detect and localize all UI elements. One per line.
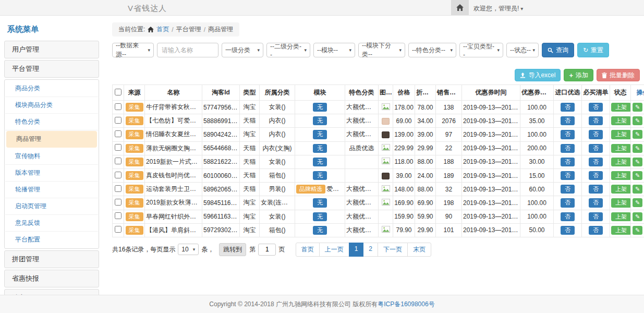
must-buy-toggle[interactable]: 否: [589, 198, 603, 207]
row-checkbox[interactable]: [115, 117, 121, 124]
import-excel-button[interactable]: 导入excel: [515, 69, 561, 81]
import-select-cell: 否: [554, 101, 582, 114]
row-checkbox[interactable]: [115, 158, 121, 164]
taoke-id-cell: 597293020870: [202, 223, 240, 237]
per-page-select[interactable]: 10 ▾: [178, 244, 199, 255]
status-button[interactable]: 上架: [611, 185, 631, 194]
must-buy-toggle[interactable]: 否: [589, 212, 603, 221]
status-button[interactable]: 上架: [611, 103, 631, 112]
table-row: 采集早春网红针织外套女春...596611634525淘宝女装()无大额优惠券1…: [113, 210, 644, 223]
import-select-toggle[interactable]: 否: [561, 212, 575, 221]
filter-select[interactable]: --宝贝类型--▾: [459, 43, 503, 57]
user-menu[interactable]: 欢迎您，管理员!▾: [473, 4, 523, 13]
row-checkbox[interactable]: [115, 172, 121, 178]
page-button-上一页[interactable]: 上一页: [319, 243, 349, 257]
filter-select[interactable]: --模块下分类--▾: [358, 43, 405, 57]
reset-button[interactable]: ↻ 重置: [577, 43, 609, 57]
row-checkbox[interactable]: [115, 185, 121, 192]
filter-select[interactable]: --二级分类--▾: [266, 43, 310, 57]
sidebar-item[interactable]: 版本管理: [5, 165, 98, 182]
edit-icon[interactable]: ✎: [633, 212, 642, 221]
must-buy-toggle[interactable]: 否: [589, 226, 603, 235]
import-select-toggle[interactable]: 否: [561, 103, 575, 112]
filter-select[interactable]: --状态--▾: [506, 43, 539, 57]
select-all-checkbox[interactable]: [115, 89, 121, 95]
status-button[interactable]: 上架: [611, 171, 631, 180]
row-checkbox[interactable]: [115, 103, 121, 110]
edit-icon[interactable]: ✎: [633, 116, 642, 125]
edit-icon[interactable]: ✎: [633, 226, 642, 235]
status-button[interactable]: 上架: [611, 116, 631, 125]
row-checkbox[interactable]: [115, 226, 121, 233]
must-buy-toggle[interactable]: 否: [589, 144, 603, 153]
name-search-input[interactable]: [157, 43, 218, 57]
search-button[interactable]: 查询: [542, 43, 574, 57]
status-button[interactable]: 上架: [611, 226, 631, 235]
page-button-末页[interactable]: 末页: [407, 243, 431, 257]
sidebar-item[interactable]: 商品管理: [6, 131, 97, 148]
column-header: 销售数量: [436, 85, 462, 101]
sidebar-item[interactable]: 宣传物料: [5, 148, 98, 165]
must-buy-toggle[interactable]: 否: [589, 116, 603, 125]
filter-select[interactable]: --模块--▾: [313, 43, 355, 57]
sidebar-item[interactable]: 模块商品分类: [5, 97, 98, 114]
import-select-toggle[interactable]: 否: [561, 171, 575, 180]
breadcrumb-home-link[interactable]: 首页: [156, 25, 169, 34]
jump-page-input[interactable]: [258, 244, 276, 256]
import-select-toggle[interactable]: 否: [561, 116, 575, 125]
type-cell: 淘宝: [240, 128, 260, 141]
must-buy-toggle[interactable]: 否: [589, 158, 603, 166]
edit-icon[interactable]: ✎: [633, 198, 642, 207]
row-checkbox[interactable]: [115, 130, 121, 137]
import-select-toggle[interactable]: 否: [561, 198, 575, 207]
page-button-1[interactable]: 1: [349, 243, 364, 257]
sidebar-item[interactable]: 启动页管理: [5, 198, 98, 215]
import-select-toggle[interactable]: 否: [561, 144, 575, 153]
filter-select[interactable]: 一级分类▾: [222, 43, 263, 57]
edit-icon[interactable]: ✎: [633, 158, 642, 166]
page-button-下一页[interactable]: 下一页: [378, 243, 408, 257]
edit-icon[interactable]: ✎: [633, 130, 642, 139]
table-header-row: 来源名称淘客Id类型所属分类模块特色分类图标价格折后价销售数量优惠券时间优惠券金…: [113, 85, 644, 101]
status-button[interactable]: 上架: [611, 198, 631, 207]
sidebar-item[interactable]: 商品分类: [5, 80, 98, 97]
import-select-toggle[interactable]: 否: [561, 158, 575, 166]
must-buy-toggle[interactable]: 否: [589, 185, 603, 194]
batch-delete-button[interactable]: 批量删除: [597, 69, 640, 81]
edit-icon[interactable]: ✎: [633, 144, 642, 153]
status-button[interactable]: 上架: [611, 158, 631, 166]
must-buy-toggle[interactable]: 否: [589, 103, 603, 112]
status-cell: 上架: [610, 168, 631, 182]
import-select-toggle[interactable]: 否: [561, 130, 575, 139]
status-button[interactable]: 上架: [611, 130, 631, 139]
sidebar-group[interactable]: 拼团管理: [4, 250, 99, 268]
edit-icon[interactable]: ✎: [633, 171, 642, 180]
sidebar-item[interactable]: 轮播管理: [5, 182, 98, 198]
filter-select[interactable]: --特色分类--▾: [408, 43, 456, 57]
add-button[interactable]: + 添加: [564, 69, 593, 81]
row-select-cell: [113, 114, 124, 128]
sidebar-item[interactable]: 意见反馈: [5, 215, 98, 232]
jump-button[interactable]: 跳转到: [219, 243, 246, 256]
page-button-首页[interactable]: 首页: [296, 243, 320, 257]
must-buy-toggle[interactable]: 否: [589, 171, 603, 180]
icp-link[interactable]: 粤ICP备16098006号: [378, 300, 434, 309]
edit-icon[interactable]: ✎: [633, 185, 642, 194]
sidebar-group[interactable]: 平台管理: [4, 60, 99, 78]
edit-icon[interactable]: ✎: [633, 103, 642, 112]
import-select-toggle[interactable]: 否: [561, 226, 575, 235]
row-checkbox[interactable]: [115, 212, 121, 219]
row-checkbox[interactable]: [115, 144, 121, 151]
import-select-toggle[interactable]: 否: [561, 185, 575, 194]
sidebar-item[interactable]: 平台配置: [5, 232, 98, 248]
home-button[interactable]: [451, 0, 469, 15]
row-checkbox[interactable]: [115, 199, 121, 206]
sidebar-item[interactable]: 特色分类: [5, 114, 98, 130]
sidebar-group[interactable]: 省惠快报: [4, 270, 99, 287]
status-button[interactable]: 上架: [611, 144, 631, 153]
status-button[interactable]: 上架: [611, 212, 631, 221]
page-button-2[interactable]: 2: [363, 243, 378, 257]
filter-select[interactable]: --数据来源--▾: [112, 43, 154, 57]
sidebar-group[interactable]: 用户管理: [4, 41, 99, 58]
must-buy-toggle[interactable]: 否: [589, 130, 603, 139]
